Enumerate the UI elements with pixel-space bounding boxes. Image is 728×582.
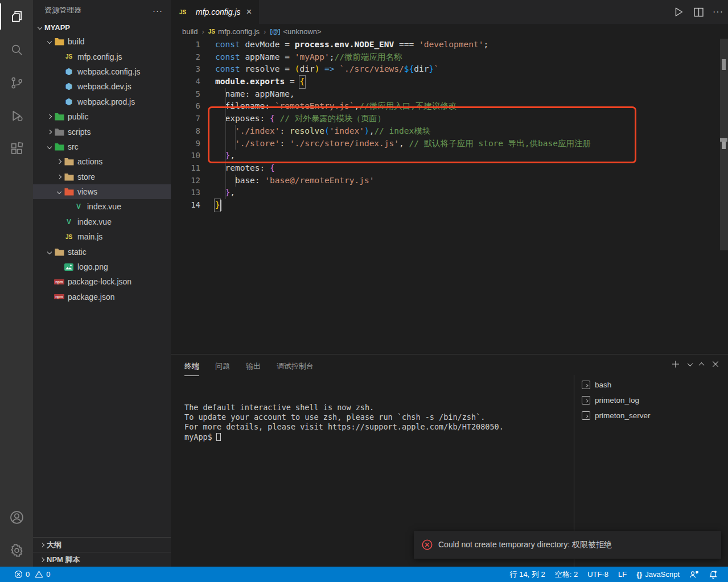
terminal-icon xyxy=(582,381,590,389)
close-panel-button[interactable] xyxy=(711,360,720,369)
line-number: 10 xyxy=(171,150,215,162)
tree-item-webpack.prod.js[interactable]: ⬢webpack.prod.js xyxy=(33,94,171,109)
code-token xyxy=(319,64,324,73)
sidebar-more-actions[interactable]: ··· xyxy=(153,6,163,15)
code-token: ; xyxy=(483,40,488,49)
status-item-0[interactable]: 行 14, 列 2 xyxy=(510,569,545,580)
split-editor-button[interactable] xyxy=(693,6,705,18)
maximize-panel-button[interactable] xyxy=(700,362,704,366)
tree-item-mfp.config.js[interactable]: JSmfp.config.js xyxy=(33,49,171,64)
notifications-bell-button[interactable] xyxy=(709,570,718,579)
blank-icon xyxy=(64,202,73,211)
tree-item-package-lock.json[interactable]: npmpackage-lock.json xyxy=(33,274,171,289)
tree-item-label: logo.png xyxy=(77,262,108,271)
tab-bar: JS mfp.config.js × ··· xyxy=(171,0,728,24)
folder-src-icon xyxy=(54,142,64,151)
breadcrumb-item[interactable]: [@]<unknown> xyxy=(270,27,321,36)
folder-views-icon xyxy=(64,187,74,196)
tree-item-webpack.dev.js[interactable]: ⬢webpack.dev.js xyxy=(33,79,171,94)
code-line: 1const devMode = process.env.NODE_ENV ==… xyxy=(171,39,728,51)
chevron-down-icon xyxy=(45,142,54,151)
status-item-4[interactable]: {}JavaScript xyxy=(636,570,680,579)
tree-item-scripts[interactable]: scripts xyxy=(33,124,171,139)
tree-item-actions[interactable]: actions xyxy=(33,154,171,169)
tree-item-main.js[interactable]: JSmain.js xyxy=(33,229,171,244)
activity-bar xyxy=(0,0,33,567)
status-item-3[interactable]: LF xyxy=(618,570,627,579)
code-editor[interactable]: 1const devMode = process.env.NODE_ENV ==… xyxy=(171,39,728,354)
run-button[interactable] xyxy=(672,6,685,18)
tree-item-package.json[interactable]: npmpackage.json xyxy=(33,290,171,304)
tree-item-views[interactable]: views xyxy=(33,184,171,199)
terminal-instance-primeton_server[interactable]: primeton_server xyxy=(578,408,728,423)
code-token: `./src/views/ xyxy=(339,64,404,73)
status-item-2[interactable]: UTF-8 xyxy=(587,570,608,579)
breadcrumb-item[interactable]: JSmfp.config.js xyxy=(208,27,260,36)
terminal-dropdown-button[interactable] xyxy=(688,362,692,366)
code-token: base: xyxy=(215,176,265,185)
sidebar-bottom-sections: 大纲NPM 脚本 xyxy=(33,537,171,567)
code-token: const xyxy=(215,52,245,61)
section-npm-scripts[interactable]: NPM 脚本 xyxy=(33,552,171,567)
breadcrumb-separator: › xyxy=(264,27,266,36)
folder-scripts-icon xyxy=(54,127,64,137)
terminal-instance-primeton_log[interactable]: primeton_log xyxy=(578,393,728,408)
tab-close-icon[interactable]: × xyxy=(246,6,252,18)
tree-item-src[interactable]: src xyxy=(33,139,171,154)
section-outline[interactable]: 大纲 xyxy=(33,537,171,552)
errors-icon xyxy=(14,570,23,579)
panel-tab-2[interactable]: 输出 xyxy=(246,358,261,376)
breadcrumb-item[interactable]: build xyxy=(182,27,198,36)
tree-item-label: src xyxy=(68,142,79,151)
code-token: './store' xyxy=(235,139,280,148)
code-line: 8 './index': resolve('index'),// index模块 xyxy=(171,125,728,138)
more-actions-button[interactable]: ··· xyxy=(713,7,723,17)
code-token: : xyxy=(280,126,290,135)
status-bar-right: 行 14, 列 2空格: 2UTF-8LF{}JavaScript xyxy=(510,569,728,580)
blank-icon xyxy=(55,262,64,271)
tree-item-webpack.config.js[interactable]: ⬢webpack.config.js xyxy=(33,64,171,79)
status-item-1[interactable]: 空格: 2 xyxy=(555,569,578,580)
terminal-line: For more details, please visit https://s… xyxy=(184,422,504,432)
tree-item-build[interactable]: build xyxy=(33,34,171,49)
run-icon xyxy=(672,6,685,18)
tree-item-index.vue[interactable]: Vindex.vue xyxy=(33,199,171,214)
code-token: 'myApp' xyxy=(295,52,330,61)
panel-tab-0[interactable]: 终端 xyxy=(184,358,199,376)
tree-item-logo.png[interactable]: logo.png xyxy=(33,259,171,274)
activity-settings[interactable] xyxy=(0,534,33,567)
code-token: './index' xyxy=(235,126,280,135)
code-text: const devMode = process.env.NODE_ENV ===… xyxy=(215,39,488,51)
panel-tab-1[interactable]: 问题 xyxy=(215,358,230,376)
code-line: 13 }, xyxy=(171,187,728,199)
tab-mfp-config[interactable]: JS mfp.config.js × xyxy=(171,0,259,24)
activity-account[interactable] xyxy=(0,501,33,534)
tree-item-public[interactable]: public xyxy=(33,109,171,124)
error-notification-toast[interactable]: Could not create temporary directory: 权限… xyxy=(414,531,721,559)
terminal-output[interactable]: The default interactive shell is now zsh… xyxy=(184,403,504,442)
activity-search[interactable] xyxy=(0,33,33,66)
code-token: const xyxy=(215,40,245,49)
js-file-icon: JS xyxy=(178,7,188,16)
tree-item-index.vue[interactable]: Vindex.vue xyxy=(33,214,171,229)
problems-status[interactable]: 0 0 xyxy=(0,570,50,579)
activity-source-control[interactable] xyxy=(0,66,33,99)
activity-run-debug[interactable] xyxy=(0,99,33,132)
tree-item-store[interactable]: store xyxy=(33,170,171,184)
code-line: 11 remotes: { xyxy=(171,162,728,175)
activity-explorer[interactable] xyxy=(0,0,33,33)
terminal-instance-bash[interactable]: bash xyxy=(578,377,728,393)
code-token: 'index' xyxy=(330,126,364,135)
line-number: 14 xyxy=(171,199,215,212)
chevron-right-icon xyxy=(38,540,47,550)
code-text: name: appName, xyxy=(215,88,295,101)
project-root-row[interactable]: MYAPP xyxy=(33,20,171,34)
feedback-button[interactable] xyxy=(689,570,699,579)
tree-item-static[interactable]: static xyxy=(33,244,171,259)
activity-bar-top xyxy=(0,0,33,165)
panel-tab-3[interactable]: 调试控制台 xyxy=(277,358,314,376)
new-terminal-button[interactable] xyxy=(671,359,681,369)
activity-extensions[interactable] xyxy=(0,132,33,165)
project-name: MYAPP xyxy=(44,23,70,32)
code-token xyxy=(335,64,340,73)
